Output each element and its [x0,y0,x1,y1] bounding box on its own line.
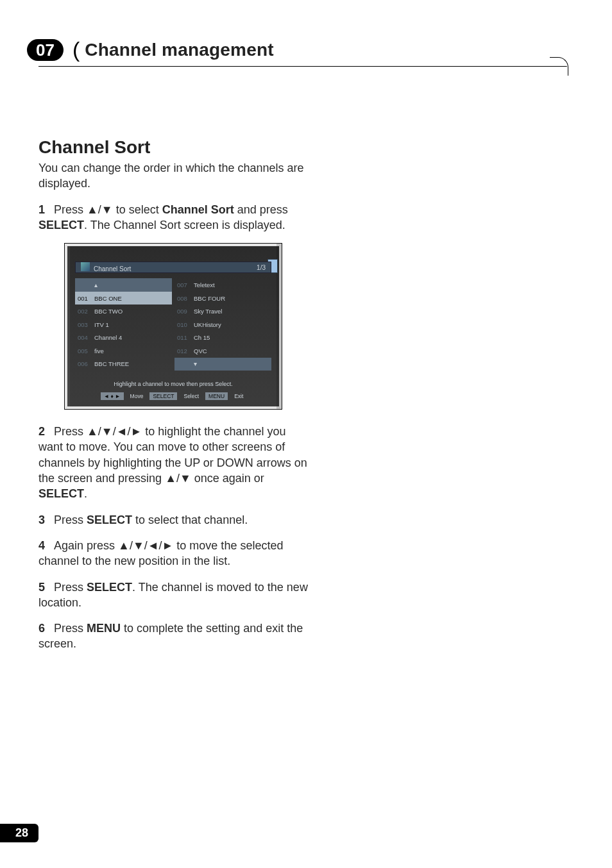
osd-page-indicator: 1/3 [257,264,266,271]
channel-number: 007 [174,278,191,292]
channel-name: Teletext [191,278,271,292]
section-title: Channel Sort [38,137,308,158]
step-5: 5Press SELECT. The channel is moved to t… [38,580,308,611]
page-number: 28 [0,824,38,842]
osd-move-key: ◄ ♦ ► [101,392,124,400]
osd-title-bar: Channel Sort 1/3 [75,262,271,273]
osd-select-key: SELECT [149,392,177,400]
channel-name: Sky Travel [191,305,271,318]
nav-arrows-icon-2: ▲/▼/◄/► [118,539,173,552]
step-5-number: 5 [38,581,45,594]
channel-number: 006 [75,358,92,371]
header-paren-icon: ( [72,37,80,62]
osd-select-label: Select [181,392,201,400]
channel-name: Ch 15 [191,331,271,344]
channel-name: ▾ [191,358,271,371]
step-1-text-c: and press [234,203,288,216]
osd-move-label: Move [128,392,146,400]
channel-row: 003ITV 1 [75,318,172,331]
step-1-number: 1 [38,203,45,216]
channel-row: 012QVC [174,344,271,358]
step-6-number: 6 [38,622,45,635]
step-3-text-b: to select that channel. [132,513,248,526]
page-footer: 28 [0,824,38,842]
step-1: 1Press ▲/▼ to select Channel Sort and pr… [38,202,308,233]
channel-name: UKHistory [191,318,271,331]
step-2: 2Press ▲/▼/◄/► to highlight the channel … [38,424,308,501]
channel-number: 009 [174,305,191,318]
channel-row: 006BBC THREE [75,358,172,371]
channel-name: BBC THREE [92,358,172,371]
channel-row: 004Channel 4 [75,331,172,344]
osd-menu-label: Exit [232,392,246,400]
step-1-text-d: . The Channel Sort screen is displayed. [84,219,285,231]
step-5-text-a: Press [54,581,87,594]
step-6-bold: MENU [87,622,121,635]
osd-hint-text: Highlight a channel to move then press S… [65,381,282,387]
channel-row: 009Sky Travel [174,305,271,318]
step-2-bold: SELECT [38,487,84,500]
channel-row: 010UKHistory [174,318,271,331]
step-3-bold: SELECT [87,513,132,526]
step-4-number: 4 [38,539,45,552]
channel-name: BBC ONE [92,292,172,305]
channel-name: ITV 1 [92,318,172,331]
channel-number: 011 [174,331,191,344]
channel-number: 012 [174,344,191,358]
channel-number: 004 [75,331,92,344]
channel-number: 001 [75,292,92,305]
channel-number: 010 [174,318,191,331]
osd-title-text: Channel Sort [94,265,131,272]
osd-right-table: 007Teletext008BBC FOUR009Sky Travel010UK… [174,278,271,371]
section-intro: You can change the order in which the ch… [38,160,308,192]
step-5-bold: SELECT [87,581,132,594]
step-3: 3Press SELECT to select that channel. [38,512,308,528]
osd-columns: ▴001BBC ONE002BBC TWO003ITV 1004Channel … [75,278,271,371]
step-4-text-a: Again press [54,539,118,552]
up-down-arrows-icon: ▲/▼ [87,203,113,216]
channel-name: Channel 4 [92,331,172,344]
osd-tool-icon [81,262,90,271]
channel-row: 007Teletext [174,278,271,292]
step-6-text-a: Press [54,622,87,635]
step-1-text-a: Press [54,203,87,216]
osd-left-table: ▴001BBC ONE002BBC TWO003ITV 1004Channel … [75,278,172,371]
step-2-text-d: . [84,487,87,500]
nav-arrows-icon: ▲/▼/◄/► [87,425,142,438]
channel-row: ▴ [75,278,172,292]
channel-row: 001BBC ONE [75,292,172,305]
channel-sort-screenshot: Channel Sort 1/3 ▴001BBC ONE002BBC TWO00… [64,243,282,410]
up-down-arrows-icon-2: ▲/▼ [165,472,191,485]
step-1-bold-2: SELECT [38,219,84,231]
chapter-header: 07 ( Channel management [38,37,567,62]
chapter-number-badge: 07 [27,39,64,61]
chapter-title: Channel management [85,40,274,60]
content-column: Channel Sort You can change the order in… [38,137,308,652]
header-divider [38,66,567,67]
step-2-text-a: Press [54,425,87,438]
channel-number [174,358,191,371]
channel-row: 005five [75,344,172,358]
osd-title: Channel Sort [81,262,131,272]
osd-menu-key: MENU [205,392,228,400]
step-6: 6Press MENU to complete the setting and … [38,621,308,652]
channel-row: 002BBC TWO [75,305,172,318]
step-2-text-c: once again or [191,472,264,485]
channel-name: BBC TWO [92,305,172,318]
step-4: 4Again press ▲/▼/◄/► to move the selecte… [38,538,308,569]
step-3-number: 3 [38,513,45,526]
page: 07 ( Channel management Channel Sort You… [0,0,612,868]
channel-row: 011Ch 15 [174,331,271,344]
channel-number: 002 [75,305,92,318]
step-3-text-a: Press [54,513,87,526]
step-2-number: 2 [38,425,45,438]
channel-row: ▾ [174,358,271,371]
channel-number: 005 [75,344,92,358]
channel-number [75,278,92,292]
channel-name: BBC FOUR [191,292,271,305]
channel-name: five [92,344,172,358]
channel-row: 008BBC FOUR [174,292,271,305]
step-1-bold-1: Channel Sort [162,203,234,216]
channel-number: 003 [75,318,92,331]
osd-button-row: ◄ ♦ ►Move SELECTSelect MENUExit [65,392,282,400]
